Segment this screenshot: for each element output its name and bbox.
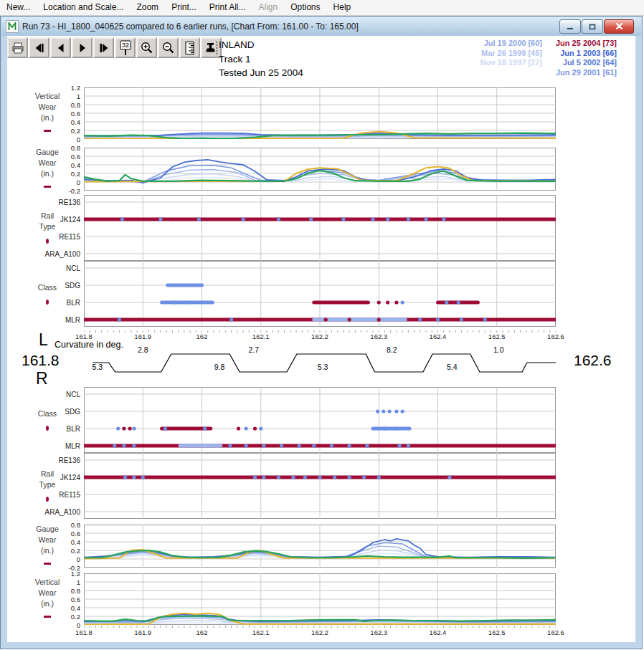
x-tick-label: 162.3 [364, 629, 393, 636]
category-label: NCL [37, 264, 80, 272]
panel-title-rt_r: Rail [29, 469, 66, 478]
x-tick-label: 162.4 [424, 629, 453, 636]
x-tick-label: 161.9 [128, 629, 157, 636]
x-tick-label: 161.8 [70, 629, 98, 636]
panel-title-gw_l: Gauge [29, 148, 66, 156]
curvature-value: 9.8 [210, 363, 229, 371]
current-run-marker [46, 239, 49, 244]
plot-surface [84, 387, 556, 453]
curvature-value: 5.3 [313, 363, 332, 371]
plot-surface [84, 87, 556, 139]
panel-title-cl_r: Class [29, 409, 66, 418]
panel-title-gw_l: Wear [29, 158, 66, 167]
y-tick-label: -0.2 [49, 187, 80, 195]
panel-title-gw_l: (in.) [29, 169, 66, 178]
y-tick-label: 1.2 [49, 570, 80, 578]
y-tick-label: 0.2 [49, 127, 80, 135]
category-label: RE115 [37, 233, 80, 241]
charts-area: 1.210.80.60.40.20VerticalWear(in.)0.80.6… [0, 0, 644, 650]
category-label: RE136 [37, 457, 80, 464]
category-label: RE136 [37, 199, 80, 206]
x-tick-label: 162.6 [541, 333, 570, 340]
plot-surface [84, 453, 556, 519]
panel-title-vw_l: Vertical [29, 92, 66, 100]
panel-title-vw_r: Wear [29, 588, 66, 597]
panel-title-rt_l: Type [29, 222, 66, 231]
panel-title-rt_r: Type [29, 480, 66, 489]
panel-title-rt_l: Rail [29, 211, 66, 220]
curvature-end-mile: 162.6 [574, 352, 612, 369]
curvature-value: 2.7 [245, 345, 263, 354]
x-tick-label: 162.2 [306, 629, 334, 636]
panel-title-gw_r: Gauge [29, 525, 66, 533]
category-label: BLR [37, 425, 80, 433]
x-tick-label: 162.4 [424, 333, 453, 340]
y-tick-label: 0 [49, 621, 80, 629]
panel-title-gw_r: (in.) [29, 546, 66, 555]
category-label: MLR [37, 442, 80, 450]
x-tick-label: 162.5 [483, 629, 511, 636]
curvature-value: 5.4 [442, 363, 461, 371]
current-run-marker [46, 300, 49, 305]
current-run-marker [44, 130, 51, 132]
right-rail-label: R [36, 369, 48, 388]
x-tick-label: 162.1 [247, 333, 275, 340]
y-tick-label: 0 [49, 178, 80, 186]
current-run-marker [44, 563, 51, 565]
category-label: RE115 [37, 491, 80, 499]
panel-title-cl_l: Class [29, 283, 66, 292]
panel-title-vw_r: Vertical [29, 578, 66, 586]
plot-surface [84, 261, 556, 327]
curvature-value: 1.0 [489, 345, 508, 354]
curvature-title: Curvature in deg. [55, 340, 123, 350]
x-tick-label: 162.6 [541, 629, 570, 636]
plot-surface [84, 195, 556, 261]
category-label: ARA_A100 [37, 250, 80, 258]
curvature-value: 2.8 [133, 345, 152, 354]
panel-title-vw_l: (in.) [29, 113, 66, 122]
current-run-marker [46, 497, 49, 502]
panel-title-vw_r: (in.) [29, 599, 66, 608]
x-tick-label: 162.5 [483, 333, 511, 340]
plot-surface [84, 573, 556, 625]
curvature-value: 8.2 [382, 345, 401, 354]
y-tick-label: 0.2 [49, 613, 80, 621]
left-rail-label: L [39, 330, 48, 350]
x-tick-label: 162.1 [247, 629, 275, 636]
y-tick-label: 0 [49, 555, 80, 563]
plot-surface [84, 148, 556, 191]
y-tick-label: 1.2 [49, 84, 80, 92]
panel-title-vw_l: Wear [29, 102, 66, 111]
curvature-start-mile: 161.8 [22, 352, 60, 369]
plot-surface [84, 525, 556, 568]
curvature-value: 5.3 [88, 363, 107, 371]
current-run-marker [44, 616, 51, 618]
current-run-marker [46, 426, 49, 431]
category-label: MLR [37, 316, 80, 324]
x-tick-label: 162.2 [306, 333, 334, 340]
x-tick-label: 162 [188, 333, 217, 340]
category-label: ARA_A100 [37, 508, 80, 516]
current-run-marker [44, 186, 51, 188]
y-tick-label: 0 [49, 135, 80, 143]
x-tick-label: 161.9 [128, 333, 157, 340]
category-label: NCL [37, 391, 80, 398]
x-tick-label: 162 [188, 629, 217, 636]
category-label: BLR [37, 299, 80, 307]
x-tick-label: 162.3 [364, 333, 393, 340]
panel-title-gw_r: Wear [29, 535, 66, 544]
